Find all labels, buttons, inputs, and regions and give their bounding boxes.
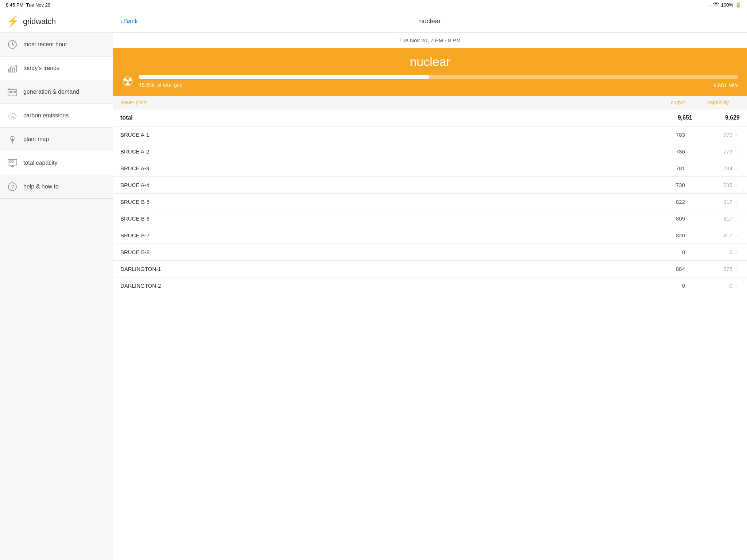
stat-row: 48.5% of total grid 9,651 MW (139, 82, 738, 88)
svg-rect-4 (15, 65, 16, 72)
cell-output: 822 (649, 199, 692, 205)
cell-plant: BRUCE A-2 (120, 148, 649, 155)
svg-rect-8 (14, 91, 16, 93)
cell-output: 0 (649, 283, 692, 289)
status-time: 8:45 PM Tue Nov 20 (6, 2, 50, 8)
page-title: nuclear (419, 18, 441, 25)
svg-rect-2 (11, 67, 12, 72)
svg-rect-18 (12, 161, 13, 162)
logo-bolt-icon: ⚡ (7, 15, 19, 27)
svg-text:?: ? (11, 184, 14, 190)
screen-icon (7, 157, 18, 169)
battery-percent: 100% (721, 2, 733, 8)
power-plant-table: power plant output capability total 9,65… (113, 96, 747, 560)
cell-output: 884 (649, 266, 692, 272)
table-row[interactable]: BRUCE B-7 820 817 › (113, 227, 747, 244)
row-chevron-icon: › (732, 266, 740, 272)
status-bar: 8:45 PM Tue Nov 20 ···· 100% 🔋 (0, 0, 747, 10)
cell-plant: BRUCE B-5 (120, 199, 649, 205)
sidebar-item-todays-trends[interactable]: today's trends (0, 57, 113, 80)
cell-plant: BRUCE A-3 (120, 165, 649, 171)
row-chevron-icon: › (732, 216, 740, 222)
table-row[interactable]: BRUCE B-6 809 817 › (113, 210, 747, 227)
cell-output: 781 (649, 165, 692, 171)
signal-icon: ···· (707, 3, 711, 7)
cell-plant: DARLINGTON-2 (120, 283, 649, 289)
table-header: power plant output capability (113, 96, 747, 109)
row-chevron-icon: › (732, 182, 740, 188)
svg-rect-7 (12, 91, 13, 93)
table-row[interactable]: BRUCE A-3 781 784 › (113, 160, 747, 177)
sidebar-item-carbon-emissions[interactable]: CO₂ carbon emissions (0, 104, 113, 128)
table-row-total: total 9,651 9,629 (113, 109, 747, 127)
sidebar-item-total-capacity[interactable]: total capacity (0, 151, 113, 175)
row-chevron-icon: › (732, 166, 740, 171)
help-icon: ? (7, 181, 18, 192)
sidebar-item-help-how-to[interactable]: ? help & how to (0, 175, 113, 199)
cell-plant: total (120, 114, 656, 121)
cell-output: 809 (649, 215, 692, 222)
cell-output: 783 (649, 132, 692, 138)
factory-icon (7, 86, 18, 98)
progress-bar-fill (139, 75, 429, 79)
progress-bar-background (139, 75, 738, 79)
nav-label-carbon-emissions: carbon emissions (23, 112, 69, 119)
cell-plant: DARLINGTON-1 (120, 266, 649, 272)
row-chevron-icon: › (732, 199, 740, 205)
main-content: ‹ Back nuclear Tue Nov 20, 7 PM - 8 PM n… (113, 10, 747, 560)
svg-rect-17 (9, 161, 11, 162)
cell-capability: 817 (692, 215, 732, 222)
top-nav: ‹ Back nuclear (113, 10, 747, 33)
col-header-output: output (649, 100, 692, 105)
co2-icon: CO₂ (7, 110, 18, 121)
percent-text: 48.5% of total grid (139, 82, 182, 88)
row-chevron-icon: › (732, 283, 740, 289)
sidebar-nav: most recent hour today's trends generati… (0, 33, 113, 560)
nav-label-total-capacity: total capacity (23, 160, 57, 166)
of-total-text: of total grid (157, 82, 182, 88)
cell-capability: 875 (692, 266, 732, 272)
clock-icon (7, 39, 18, 50)
nuclear-banner-title: nuclear (122, 55, 738, 69)
cell-output: 738 (649, 182, 692, 188)
cell-output: 786 (649, 148, 692, 155)
wifi-icon (713, 3, 719, 8)
status-indicators: ···· 100% 🔋 (707, 2, 741, 8)
table-row[interactable]: BRUCE A-2 786 779 › (113, 143, 747, 160)
row-chevron-icon: › (732, 132, 740, 138)
cell-plant: BRUCE B-7 (120, 232, 649, 238)
cell-plant: BRUCE A-1 (120, 132, 649, 138)
cell-capability: 817 (692, 199, 732, 205)
battery-icon: 🔋 (735, 2, 741, 8)
cell-capability: 0 (692, 249, 732, 255)
radiation-icon: ☢ (122, 74, 133, 89)
back-button[interactable]: ‹ Back (120, 18, 138, 25)
svg-text:CO₂: CO₂ (11, 116, 16, 118)
table-row[interactable]: BRUCE A-1 783 779 › (113, 127, 747, 143)
progress-bar-container: 48.5% of total grid 9,651 MW (139, 75, 738, 88)
cell-plant: BRUCE A-4 (120, 182, 649, 188)
nav-label-generation-demand: generation & demand (23, 89, 79, 95)
table-row[interactable]: DARLINGTON-2 0 0 › (113, 277, 747, 294)
table-row[interactable]: DARLINGTON-1 884 875 › (113, 261, 747, 277)
row-chevron-icon: › (732, 249, 740, 255)
table-row[interactable]: BRUCE A-4 738 735 › (113, 177, 747, 194)
table-body: total 9,651 9,629 BRUCE A-1 783 779 › BR… (113, 109, 747, 294)
col-header-plant: power plant (120, 100, 649, 105)
nav-label-help-how-to: help & how to (23, 183, 59, 190)
cell-output: 0 (649, 249, 692, 255)
sidebar-item-plant-map[interactable]: plant map (0, 128, 113, 151)
cell-plant: BRUCE B-8 (120, 249, 649, 255)
date-bar: Tue Nov 20, 7 PM - 8 PM (113, 33, 747, 48)
nuclear-stats: ☢ 48.5% of total grid 9,651 MW (122, 74, 738, 89)
sidebar-item-most-recent-hour[interactable]: most recent hour (0, 33, 113, 57)
cell-capability: 779 (692, 148, 732, 155)
nav-label-most-recent-hour: most recent hour (23, 41, 67, 48)
cell-output: 9,651 (656, 114, 700, 121)
table-row[interactable]: BRUCE B-8 0 0 › (113, 244, 747, 261)
nav-label-plant-map: plant map (23, 136, 49, 143)
nuclear-banner: nuclear ☢ 48.5% of total grid 9,651 MW (113, 48, 747, 96)
table-row[interactable]: BRUCE B-5 822 817 › (113, 194, 747, 210)
back-chevron-icon: ‹ (120, 18, 123, 25)
sidebar-item-generation-demand[interactable]: generation & demand (0, 80, 113, 104)
